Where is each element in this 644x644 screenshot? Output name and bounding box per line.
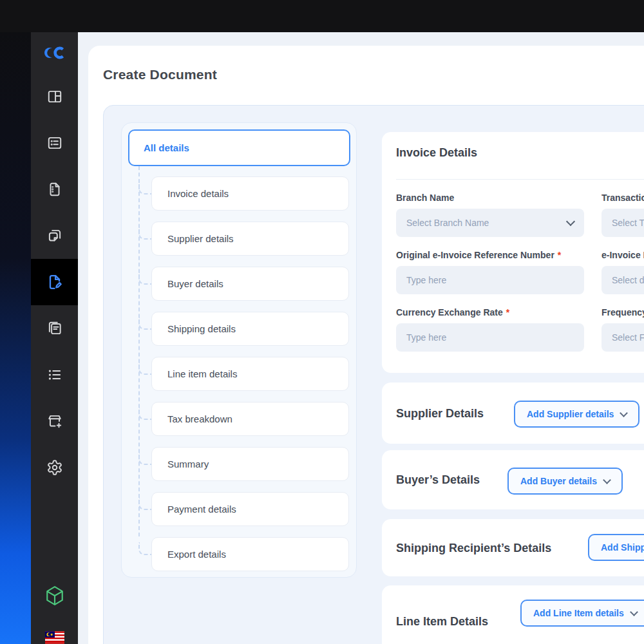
placeholder-text: Select Frequency	[612, 332, 644, 343]
field-label: Frequency of Billing	[601, 307, 644, 317]
form-field: e-Invoice Date & TimeSelect date	[601, 250, 644, 294]
nav-item-shipping-details[interactable]: Shipping details	[151, 312, 349, 346]
section-card-buyer-s-details: Buyer’s DetailsAdd Buyer details	[382, 450, 644, 509]
section-card-supplier-details: Supplier DetailsAdd Supplier details	[382, 383, 644, 444]
select-branch-name[interactable]: Select Branch Name	[396, 209, 584, 237]
documents-stack-icon[interactable]	[31, 305, 78, 352]
add-supplier-details-button[interactable]: Add Supplier details	[514, 401, 639, 428]
placeholder-text: Select Branch Name	[406, 218, 489, 228]
placeholder-text: Type here	[406, 275, 446, 285]
nav-item-line-item-details[interactable]: Line item details	[151, 357, 349, 391]
brand-gradient-strip	[0, 0, 31, 644]
malaysia-flag-icon[interactable]	[31, 614, 78, 644]
form-field: Original e-Invoice Reference Number*Type…	[396, 250, 584, 294]
chevron-down-icon	[603, 476, 611, 484]
main-area: Create Document All details Invoice deta…	[78, 32, 644, 644]
section-title: Line Item Details	[396, 615, 488, 629]
copy-icon[interactable]	[31, 213, 78, 259]
tree-elbow-connector	[138, 272, 153, 285]
placeholder-text: Type here	[406, 332, 446, 343]
tree-elbow-connector	[138, 497, 153, 510]
chevron-down-icon	[566, 217, 575, 226]
crescent-c-logo[interactable]	[31, 30, 78, 76]
tree-elbow-connector	[138, 362, 153, 375]
page-title: Create Document	[103, 67, 217, 82]
form-field: Transaction TypeSelect Transaction Type	[601, 193, 644, 237]
nav-item-summary[interactable]: Summary	[151, 447, 349, 481]
placeholder-text: Select date	[612, 275, 644, 285]
divider	[396, 179, 644, 180]
chevron-down-icon	[620, 409, 628, 417]
input-currency-exchange-rate[interactable]: Type here	[396, 323, 584, 352]
invoice-details-title: Invoice Details	[396, 146, 477, 160]
settings-gear-icon[interactable]	[31, 444, 78, 491]
chevron-down-icon	[630, 608, 638, 616]
nav-item-all-details[interactable]: All details	[128, 129, 350, 166]
invoice-form-grid: Branch NameSelect Branch NameTransaction…	[396, 193, 644, 352]
invoice-details-card: Invoice Details Branch NameSelect Branch…	[382, 132, 644, 373]
section-card-shipping-recipient-s-details: Shipping Recipient’s DetailsAdd Shipping…	[382, 519, 644, 576]
tree-elbow-connector	[138, 317, 153, 330]
form-panel: All details Invoice detailsSupplier deta…	[103, 105, 644, 644]
nav-item-payment-details[interactable]: Payment details	[151, 492, 349, 526]
nav-item-buyer-details[interactable]: Buyer details	[151, 267, 349, 301]
section-card-line-item-details: Line Item DetailsAdd Line Item details	[382, 585, 644, 644]
field-label: e-Invoice Date & Time	[601, 250, 644, 260]
field-label: Branch Name	[396, 193, 584, 203]
tree-elbow-connector	[138, 542, 153, 555]
add-buyer-details-button[interactable]: Add Buyer details	[507, 468, 623, 495]
tree-elbow-connector	[138, 182, 153, 194]
nav-item-invoice-details[interactable]: Invoice details	[151, 176, 349, 211]
edit-document-icon[interactable]	[31, 259, 78, 305]
nav-item-supplier-details[interactable]: Supplier details	[151, 222, 349, 256]
section-title: Shipping Recipient’s Details	[396, 541, 551, 554]
field-label: Currency Exchange Rate*	[396, 307, 584, 317]
required-asterisk: *	[558, 250, 561, 260]
field-label: Transaction Type	[601, 193, 644, 203]
tree-elbow-connector	[138, 407, 153, 420]
form-field: Branch NameSelect Branch Name	[396, 193, 584, 237]
nav-item-export-details[interactable]: Export details	[151, 537, 349, 571]
select-e-invoice-date-time[interactable]: Select date	[601, 266, 644, 294]
placeholder-text: Select Transaction Type	[612, 218, 644, 228]
tree-connector-line	[138, 166, 140, 536]
details-nav-card: All details Invoice detailsSupplier deta…	[121, 122, 357, 578]
invoice-list-icon[interactable]	[31, 120, 78, 166]
tree-elbow-connector	[138, 452, 153, 465]
top-bar	[0, 0, 644, 32]
add-line-item-details-button[interactable]: Add Line Item details	[520, 600, 644, 627]
form-field: Currency Exchange Rate*Type here	[396, 307, 584, 352]
section-title: Buyer’s Details	[396, 473, 480, 487]
tree-elbow-connector	[138, 227, 153, 240]
store-add-icon[interactable]	[31, 398, 78, 444]
layout-dashboard-icon[interactable]	[31, 73, 78, 120]
list-icon[interactable]	[31, 352, 78, 398]
add-shipping-recipient-s-details-button[interactable]: Add Shipping Recipient’s details	[588, 534, 644, 561]
form-field: Frequency of BillingSelect Frequency	[601, 307, 644, 352]
nav-item-tax-breakdown[interactable]: Tax breakdown	[151, 402, 349, 436]
select-frequency-of-billing[interactable]: Select Frequency	[601, 323, 644, 352]
page-card: Create Document All details Invoice deta…	[88, 46, 644, 644]
cube-icon[interactable]	[31, 573, 78, 619]
draft-document-icon[interactable]	[31, 166, 78, 213]
input-original-e-invoice-reference-number[interactable]: Type here	[396, 266, 584, 294]
section-title: Supplier Details	[396, 406, 484, 420]
field-label: Original e-Invoice Reference Number*	[396, 250, 584, 260]
sidebar	[31, 32, 78, 644]
select-transaction-type[interactable]: Select Transaction Type	[601, 209, 644, 237]
required-asterisk: *	[506, 307, 509, 317]
